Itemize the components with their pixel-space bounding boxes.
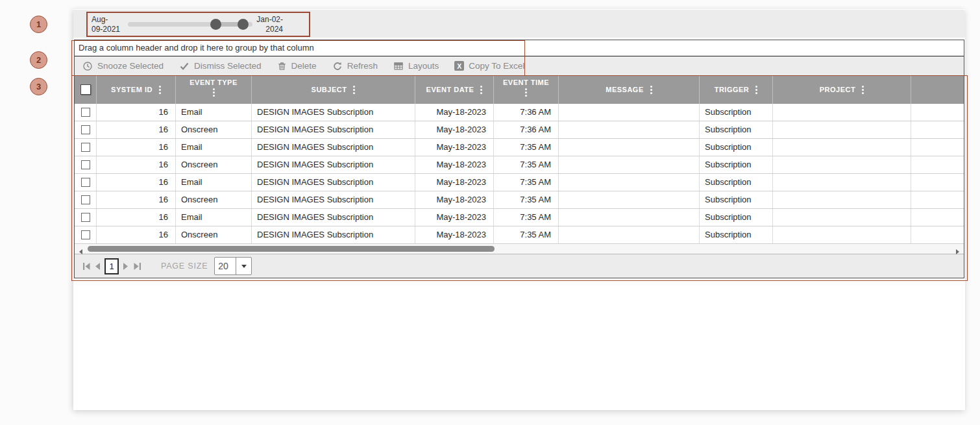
- cell-project: [773, 156, 911, 173]
- slider-handle-end[interactable]: [238, 19, 249, 30]
- column-header-system-id[interactable]: SYSTEM ID: [97, 75, 176, 104]
- snooze-selected-button[interactable]: Snooze Selected: [82, 61, 164, 71]
- column-menu-icon[interactable]: [755, 86, 757, 94]
- cell-event-time: 7:35 AM: [494, 226, 559, 243]
- cell-empty: [911, 191, 964, 208]
- row-checkbox[interactable]: [81, 143, 90, 152]
- column-header-project[interactable]: PROJECT: [773, 75, 911, 104]
- column-menu-icon[interactable]: [525, 88, 527, 97]
- screen: 1 2 3 Aug- 09-2021 Jan-02- 2024 Drag a c…: [0, 0, 980, 425]
- cell-event-date: May-18-2023: [415, 121, 494, 138]
- last-page-button[interactable]: [132, 259, 143, 273]
- row-checkbox-cell: [75, 209, 97, 226]
- cell-message: [559, 139, 700, 156]
- select-all-header-cell: [75, 75, 97, 104]
- column-header-event-type[interactable]: EVENT TYPE: [176, 75, 252, 104]
- table-row[interactable]: 16 Onscreen DESIGN IMAGES Subscription M…: [75, 156, 964, 174]
- scroll-right-icon[interactable]: [954, 246, 961, 252]
- delete-button[interactable]: Delete: [277, 61, 317, 71]
- column-label: TRIGGER: [715, 86, 750, 93]
- slider-track[interactable]: [128, 22, 252, 27]
- previous-page-button[interactable]: [92, 259, 103, 273]
- column-header-subject[interactable]: SUBJECT: [252, 75, 415, 104]
- column-menu-icon[interactable]: [213, 88, 215, 97]
- cell-event-date: May-18-2023: [415, 209, 494, 226]
- refresh-button[interactable]: Refresh: [332, 61, 378, 71]
- cell-event-type: Email: [176, 174, 252, 191]
- row-checkbox-cell: [75, 174, 97, 191]
- cell-empty: [911, 209, 964, 226]
- column-label: PROJECT: [820, 86, 855, 93]
- cell-message: [559, 209, 700, 226]
- table-row[interactable]: 16 Onscreen DESIGN IMAGES Subscription M…: [75, 226, 964, 244]
- row-checkbox[interactable]: [81, 213, 90, 222]
- column-menu-icon[interactable]: [862, 86, 864, 94]
- column-header-event-date[interactable]: EVENT DATE: [415, 75, 494, 104]
- row-checkbox[interactable]: [81, 108, 90, 117]
- column-header-event-time[interactable]: EVENT TIME: [494, 75, 559, 104]
- row-checkbox[interactable]: [81, 195, 90, 204]
- cell-event-time: 7:35 AM: [494, 156, 559, 173]
- column-label: MESSAGE: [606, 86, 644, 93]
- cell-trigger: Subscription: [700, 121, 773, 138]
- scrollbar-thumb[interactable]: [88, 246, 495, 252]
- copy-to-excel-button[interactable]: Copy To Excel: [454, 61, 524, 71]
- cell-event-date: May-18-2023: [415, 174, 494, 191]
- slider-handle-start[interactable]: [210, 19, 221, 30]
- cell-empty: [911, 226, 964, 243]
- dismiss-selected-button[interactable]: Dismiss Selected: [179, 61, 262, 71]
- page-size-dropdown[interactable]: 20: [214, 257, 252, 275]
- row-checkbox[interactable]: [81, 125, 90, 134]
- row-checkbox-cell: [75, 104, 97, 121]
- select-all-checkbox[interactable]: [80, 84, 91, 95]
- first-page-button[interactable]: [80, 259, 92, 273]
- cell-trigger: Subscription: [700, 191, 773, 208]
- row-checkbox-cell: [75, 226, 97, 243]
- current-page-box[interactable]: 1: [104, 258, 119, 274]
- cell-project: [773, 121, 911, 138]
- column-menu-icon[interactable]: [353, 86, 355, 94]
- cell-system-id: 16: [97, 104, 176, 121]
- table-row[interactable]: 16 Onscreen DESIGN IMAGES Subscription M…: [75, 121, 964, 139]
- cell-trigger: Subscription: [700, 226, 773, 243]
- scroll-left-icon[interactable]: [78, 246, 84, 252]
- layouts-button[interactable]: Layouts: [393, 61, 439, 71]
- table-row[interactable]: 16 Email DESIGN IMAGES Subscription May-…: [75, 104, 964, 121]
- row-checkbox[interactable]: [81, 178, 90, 187]
- row-checkbox[interactable]: [81, 230, 90, 239]
- column-menu-icon[interactable]: [650, 86, 652, 94]
- cell-subject: DESIGN IMAGES Subscription: [252, 121, 415, 138]
- column-header-trigger[interactable]: TRIGGER: [700, 75, 773, 104]
- row-checkbox-cell: [75, 156, 97, 173]
- table-row[interactable]: 16 Onscreen DESIGN IMAGES Subscription M…: [75, 191, 964, 209]
- annotation-label: 1: [36, 19, 41, 29]
- annotation-circle-2: 2: [30, 51, 47, 69]
- group-by-drop-zone[interactable]: Drag a column header and drop it here to…: [75, 40, 964, 56]
- column-label: EVENT TIME: [503, 79, 549, 86]
- table-row[interactable]: 16 Email DESIGN IMAGES Subscription May-…: [75, 209, 964, 226]
- cell-system-id: 16: [97, 191, 176, 208]
- table-grid-icon: [393, 61, 404, 71]
- check-icon: [179, 61, 190, 71]
- next-page-button[interactable]: [121, 259, 132, 273]
- row-checkbox[interactable]: [81, 160, 90, 169]
- cell-message: [559, 226, 700, 243]
- cell-system-id: 16: [97, 156, 176, 173]
- cell-event-type: Email: [176, 104, 252, 121]
- column-header-message[interactable]: MESSAGE: [559, 75, 700, 104]
- cell-event-time: 7:35 AM: [494, 139, 559, 156]
- cell-event-date: May-18-2023: [415, 156, 494, 173]
- cell-event-date: May-18-2023: [415, 139, 494, 156]
- dismiss-selected-label: Dismiss Selected: [194, 61, 262, 71]
- cell-empty: [911, 174, 964, 191]
- table-row[interactable]: 16 Email DESIGN IMAGES Subscription May-…: [75, 174, 964, 191]
- cell-system-id: 16: [97, 139, 176, 156]
- table-row[interactable]: 16 Email DESIGN IMAGES Subscription May-…: [75, 139, 964, 156]
- cell-event-time: 7:35 AM: [494, 191, 559, 208]
- annotation-circle-3: 3: [30, 78, 47, 95]
- horizontal-scrollbar: [75, 244, 964, 254]
- column-menu-icon[interactable]: [159, 86, 161, 94]
- dropdown-button[interactable]: [236, 258, 251, 274]
- cell-subject: DESIGN IMAGES Subscription: [252, 104, 415, 121]
- column-menu-icon[interactable]: [480, 86, 482, 94]
